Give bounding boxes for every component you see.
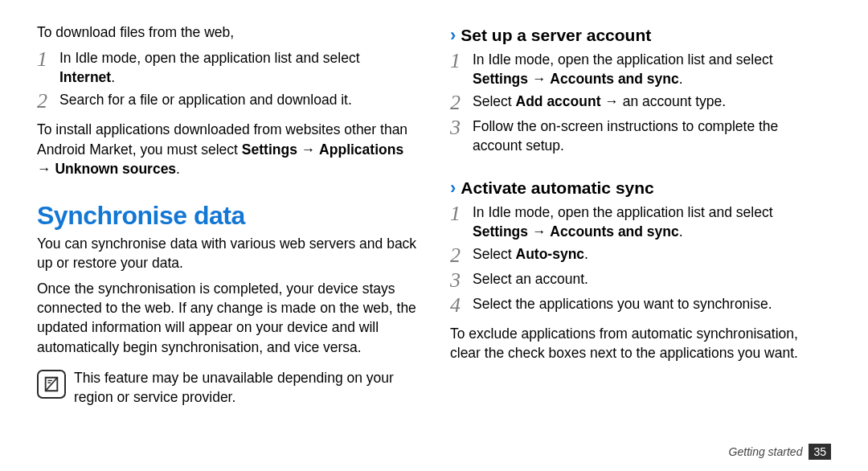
step-text: Follow the on-screen instructions to com… <box>473 117 831 155</box>
text: In Idle mode, open the application list … <box>59 50 360 66</box>
step-text: In Idle mode, open the application list … <box>59 48 418 87</box>
download-steps: 1 In Idle mode, open the application lis… <box>37 48 418 115</box>
install-note: To install applications downloaded from … <box>37 120 418 178</box>
subheading-label: Activate automatic sync <box>461 178 653 198</box>
text: → <box>528 71 550 87</box>
bold-text: Auto-sync <box>516 246 585 262</box>
text: → <box>297 141 319 158</box>
step-text: Select Add account → an account type. <box>473 92 831 111</box>
step-number: 3 <box>450 117 473 138</box>
step-text: In Idle mode, open the application list … <box>473 50 831 88</box>
step-text: Search for a file or application and dow… <box>59 90 418 109</box>
text: Select <box>473 93 516 109</box>
chevron-icon: › <box>450 179 456 197</box>
note-icon <box>37 370 66 399</box>
chevron-icon: › <box>450 27 456 44</box>
page-footer: Getting started 35 <box>729 444 831 460</box>
bold-text: Settings <box>473 71 528 87</box>
bold-text: Add account <box>516 93 601 109</box>
list-item: 4 Select the applications you want to sy… <box>450 294 831 316</box>
step-number: 2 <box>450 92 473 113</box>
bold-text: Applications <box>319 141 403 158</box>
list-item: 2 Select Add account → an account type. <box>450 92 831 113</box>
list-item: 2 Search for a file or application and d… <box>37 90 418 112</box>
left-column: To download files from the web, 1 In Idl… <box>37 23 418 457</box>
footer-section-label: Getting started <box>729 445 803 458</box>
text: → <box>37 161 55 177</box>
list-item: 2 Select Auto-sync. <box>450 244 831 266</box>
step-text: Select Auto-sync. <box>473 244 831 264</box>
download-intro: To download files from the web, <box>37 23 418 42</box>
step-number: 3 <box>450 269 473 291</box>
list-item: 1 In Idle mode, open the application lis… <box>37 48 418 87</box>
text: In Idle mode, open the application list … <box>473 51 773 68</box>
automatic-sync-steps: 1 In Idle mode, open the application lis… <box>450 203 831 319</box>
note-text: This feature may be unavailable dependin… <box>74 368 418 407</box>
bold-text: Accounts and sync <box>550 71 678 87</box>
text: . <box>176 161 180 177</box>
step-number: 2 <box>450 244 473 266</box>
text: . <box>679 71 683 87</box>
step-number: 4 <box>450 294 473 316</box>
text: . <box>111 69 115 85</box>
list-item: 3 Follow the on-screen instructions to c… <box>450 117 831 155</box>
manual-page: To download files from the web, 1 In Idl… <box>0 0 868 471</box>
server-account-steps: 1 In Idle mode, open the application lis… <box>450 50 831 159</box>
text: → <box>528 223 550 240</box>
step-number: 1 <box>450 50 473 72</box>
sync-desc-2: Once the synchronisation is completed, y… <box>37 279 418 357</box>
right-column: › Set up a server account 1 In Idle mode… <box>450 23 831 457</box>
bold-text: Settings <box>473 223 528 240</box>
sync-desc-1: You can synchronise data with various we… <box>37 234 418 272</box>
text: Select <box>473 246 516 262</box>
bold-text: Internet <box>59 69 111 85</box>
footer-page-number: 35 <box>809 444 831 460</box>
list-item: 3 Select an account. <box>450 269 831 291</box>
bold-text: Accounts and sync <box>550 223 678 240</box>
bold-text: Settings <box>242 141 297 158</box>
subheading-label: Set up a server account <box>461 26 651 45</box>
exclude-note: To exclude applications from automatic s… <box>450 324 831 362</box>
note-box: This feature may be unavailable dependin… <box>37 368 418 407</box>
text: In Idle mode, open the application list … <box>473 204 773 220</box>
subheading-server-account: › Set up a server account <box>450 26 831 45</box>
step-number: 1 <box>37 48 59 70</box>
text: an account type. <box>623 93 726 109</box>
subheading-automatic-sync: › Activate automatic sync <box>450 178 831 198</box>
step-number: 2 <box>37 90 59 112</box>
bold-text: Unknown sources <box>55 161 176 177</box>
step-number: 1 <box>450 203 473 224</box>
list-item: 1 In Idle mode, open the application lis… <box>450 203 831 241</box>
svg-line-0 <box>46 377 58 391</box>
step-text: Select the applications you want to sync… <box>473 294 831 313</box>
text: → <box>600 93 622 109</box>
text: . <box>584 246 588 262</box>
step-text: Select an account. <box>473 269 831 289</box>
step-text: In Idle mode, open the application list … <box>473 203 831 241</box>
text: . <box>679 223 683 240</box>
list-item: 1 In Idle mode, open the application lis… <box>450 50 831 88</box>
section-heading-synchronise: Synchronise data <box>37 201 418 231</box>
